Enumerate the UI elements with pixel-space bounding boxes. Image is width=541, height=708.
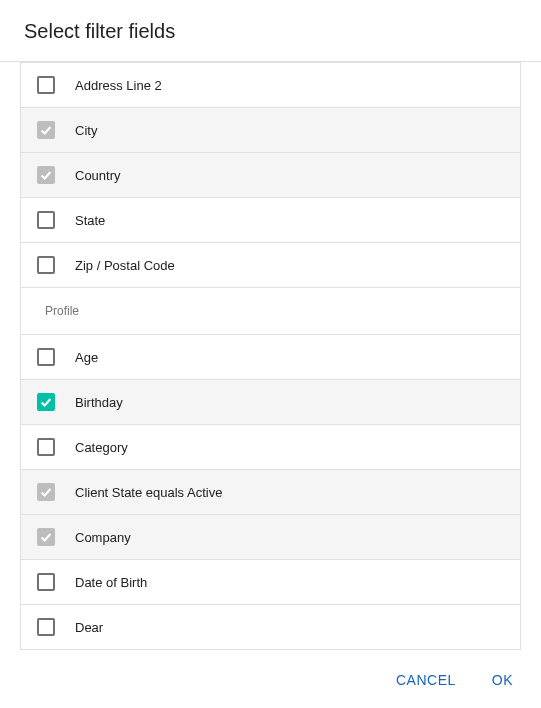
checkbox-icon[interactable] xyxy=(37,438,55,456)
checkbox-icon[interactable] xyxy=(37,76,55,94)
field-row[interactable]: State xyxy=(21,198,520,243)
checkbox-icon[interactable] xyxy=(37,211,55,229)
checkbox-icon[interactable] xyxy=(37,573,55,591)
dialog-title: Select filter fields xyxy=(24,20,517,43)
field-label: Date of Birth xyxy=(75,575,504,590)
cancel-button[interactable]: CANCEL xyxy=(392,666,460,694)
field-label: Address Line 2 xyxy=(75,78,504,93)
field-label: State xyxy=(75,213,504,228)
field-row[interactable]: Date of Birth xyxy=(21,560,520,605)
section-header: Profile xyxy=(21,288,520,335)
field-label: Dear xyxy=(75,620,504,635)
checkbox-icon xyxy=(37,166,55,184)
checkbox-icon xyxy=(37,483,55,501)
dialog-footer: CANCEL OK xyxy=(0,651,541,708)
field-row[interactable]: Address Line 2 xyxy=(21,63,520,108)
checkbox-icon[interactable] xyxy=(37,393,55,411)
checkbox-icon[interactable] xyxy=(37,256,55,274)
field-list-scroll[interactable]: Address Line 2CityCountryStateZip / Post… xyxy=(0,61,541,651)
ok-button[interactable]: OK xyxy=(488,666,517,694)
field-row[interactable]: Category xyxy=(21,425,520,470)
checkbox-icon xyxy=(37,528,55,546)
field-label: Age xyxy=(75,350,504,365)
field-row[interactable]: Age xyxy=(21,335,520,380)
field-row[interactable]: Birthday xyxy=(21,380,520,425)
field-row: Client State equals Active xyxy=(21,470,520,515)
field-label: Client State equals Active xyxy=(75,485,504,500)
field-label: City xyxy=(75,123,504,138)
field-label: Country xyxy=(75,168,504,183)
checkbox-icon[interactable] xyxy=(37,348,55,366)
field-row: Country xyxy=(21,153,520,198)
select-filter-fields-dialog: Select filter fields Address Line 2CityC… xyxy=(0,0,541,708)
checkbox-icon xyxy=(37,121,55,139)
field-label: Company xyxy=(75,530,504,545)
field-row[interactable]: Dear xyxy=(21,605,520,650)
field-label: Category xyxy=(75,440,504,455)
field-row: City xyxy=(21,108,520,153)
dialog-header: Select filter fields xyxy=(0,0,541,61)
field-label: Zip / Postal Code xyxy=(75,258,504,273)
field-row[interactable]: Zip / Postal Code xyxy=(21,243,520,288)
checkbox-icon[interactable] xyxy=(37,618,55,636)
field-row: Company xyxy=(21,515,520,560)
field-list: Address Line 2CityCountryStateZip / Post… xyxy=(20,62,521,650)
field-label: Birthday xyxy=(75,395,504,410)
